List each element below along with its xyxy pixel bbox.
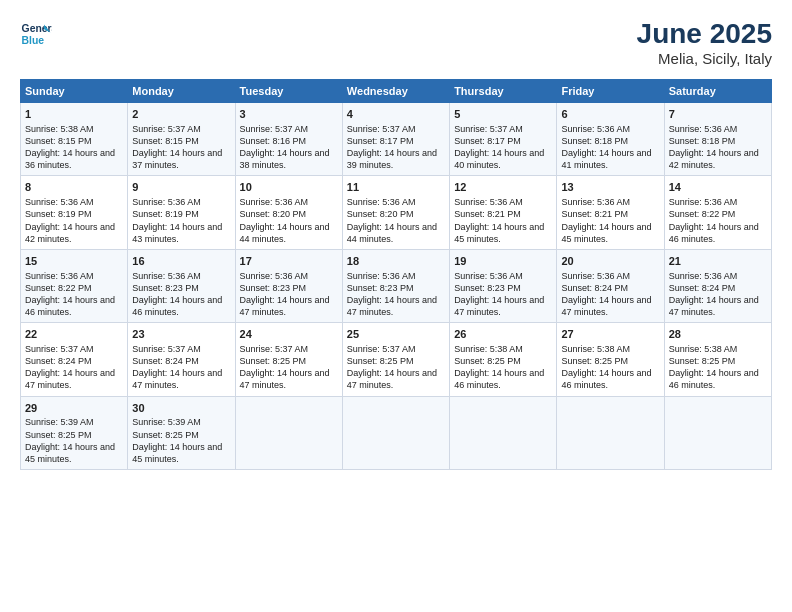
col-wednesday: Wednesday — [342, 80, 449, 103]
page: General Blue June 2025 Melia, Sicily, It… — [0, 0, 792, 612]
empty-cell-2 — [342, 396, 449, 469]
day-cell-17: 17 Sunrise: 5:36 AMSunset: 8:23 PMDaylig… — [235, 249, 342, 322]
calendar-title: June 2025 — [637, 18, 772, 50]
day-cell-12: 12 Sunrise: 5:36 AMSunset: 8:21 PMDaylig… — [450, 176, 557, 249]
header: General Blue June 2025 Melia, Sicily, It… — [20, 18, 772, 67]
col-monday: Monday — [128, 80, 235, 103]
day-cell-30: 30 Sunrise: 5:39 AMSunset: 8:25 PMDaylig… — [128, 396, 235, 469]
day-cell-29: 29 Sunrise: 5:39 AMSunset: 8:25 PMDaylig… — [21, 396, 128, 469]
week-row-5: 29 Sunrise: 5:39 AMSunset: 8:25 PMDaylig… — [21, 396, 772, 469]
day-cell-19: 19 Sunrise: 5:36 AMSunset: 8:23 PMDaylig… — [450, 249, 557, 322]
day-cell-16: 16 Sunrise: 5:36 AMSunset: 8:23 PMDaylig… — [128, 249, 235, 322]
day-cell-3: 3 Sunrise: 5:37 AMSunset: 8:16 PMDayligh… — [235, 103, 342, 176]
day-cell-9: 9 Sunrise: 5:36 AMSunset: 8:19 PMDayligh… — [128, 176, 235, 249]
week-row-2: 8 Sunrise: 5:36 AMSunset: 8:19 PMDayligh… — [21, 176, 772, 249]
day-cell-20: 20 Sunrise: 5:36 AMSunset: 8:24 PMDaylig… — [557, 249, 664, 322]
col-friday: Friday — [557, 80, 664, 103]
svg-text:Blue: Blue — [22, 35, 45, 46]
day-cell-2: 2 Sunrise: 5:37 AMSunset: 8:15 PMDayligh… — [128, 103, 235, 176]
col-saturday: Saturday — [664, 80, 771, 103]
day-cell-22: 22 Sunrise: 5:37 AMSunset: 8:24 PMDaylig… — [21, 323, 128, 396]
day-cell-5: 5 Sunrise: 5:37 AMSunset: 8:17 PMDayligh… — [450, 103, 557, 176]
day-cell-21: 21 Sunrise: 5:36 AMSunset: 8:24 PMDaylig… — [664, 249, 771, 322]
day-cell-15: 15 Sunrise: 5:36 AMSunset: 8:22 PMDaylig… — [21, 249, 128, 322]
week-row-1: 1 Sunrise: 5:38 AMSunset: 8:15 PMDayligh… — [21, 103, 772, 176]
week-row-4: 22 Sunrise: 5:37 AMSunset: 8:24 PMDaylig… — [21, 323, 772, 396]
empty-cell-3 — [450, 396, 557, 469]
title-block: June 2025 Melia, Sicily, Italy — [637, 18, 772, 67]
col-thursday: Thursday — [450, 80, 557, 103]
day-cell-10: 10 Sunrise: 5:36 AMSunset: 8:20 PMDaylig… — [235, 176, 342, 249]
day-cell-26: 26 Sunrise: 5:38 AMSunset: 8:25 PMDaylig… — [450, 323, 557, 396]
day-cell-28: 28 Sunrise: 5:38 AMSunset: 8:25 PMDaylig… — [664, 323, 771, 396]
col-tuesday: Tuesday — [235, 80, 342, 103]
week-row-3: 15 Sunrise: 5:36 AMSunset: 8:22 PMDaylig… — [21, 249, 772, 322]
col-sunday: Sunday — [21, 80, 128, 103]
day-cell-13: 13 Sunrise: 5:36 AMSunset: 8:21 PMDaylig… — [557, 176, 664, 249]
empty-cell-4 — [557, 396, 664, 469]
logo: General Blue — [20, 18, 52, 50]
day-cell-11: 11 Sunrise: 5:36 AMSunset: 8:20 PMDaylig… — [342, 176, 449, 249]
day-cell-25: 25 Sunrise: 5:37 AMSunset: 8:25 PMDaylig… — [342, 323, 449, 396]
empty-cell-1 — [235, 396, 342, 469]
day-cell-27: 27 Sunrise: 5:38 AMSunset: 8:25 PMDaylig… — [557, 323, 664, 396]
empty-cell-5 — [664, 396, 771, 469]
day-cell-14: 14 Sunrise: 5:36 AMSunset: 8:22 PMDaylig… — [664, 176, 771, 249]
calendar-table: Sunday Monday Tuesday Wednesday Thursday… — [20, 79, 772, 470]
day-cell-6: 6 Sunrise: 5:36 AMSunset: 8:18 PMDayligh… — [557, 103, 664, 176]
day-cell-8: 8 Sunrise: 5:36 AMSunset: 8:19 PMDayligh… — [21, 176, 128, 249]
day-cell-24: 24 Sunrise: 5:37 AMSunset: 8:25 PMDaylig… — [235, 323, 342, 396]
calendar-subtitle: Melia, Sicily, Italy — [637, 50, 772, 67]
calendar-header-row: Sunday Monday Tuesday Wednesday Thursday… — [21, 80, 772, 103]
day-cell-18: 18 Sunrise: 5:36 AMSunset: 8:23 PMDaylig… — [342, 249, 449, 322]
day-cell-7: 7 Sunrise: 5:36 AMSunset: 8:18 PMDayligh… — [664, 103, 771, 176]
day-cell-4: 4 Sunrise: 5:37 AMSunset: 8:17 PMDayligh… — [342, 103, 449, 176]
day-cell-23: 23 Sunrise: 5:37 AMSunset: 8:24 PMDaylig… — [128, 323, 235, 396]
logo-icon: General Blue — [20, 18, 52, 50]
day-cell-1: 1 Sunrise: 5:38 AMSunset: 8:15 PMDayligh… — [21, 103, 128, 176]
